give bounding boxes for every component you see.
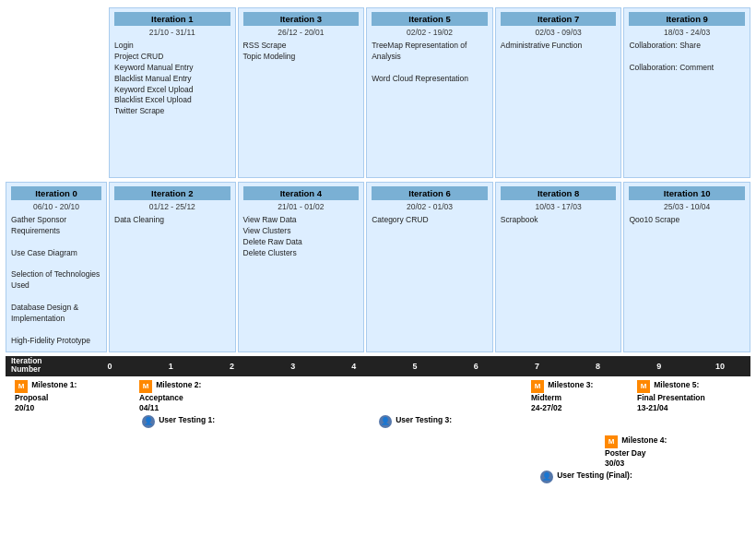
milestone-3: M Milestone 3:Midterm24-27/02 <box>531 380 593 414</box>
user-testing-final-label: User Testing (Final): <box>557 470 632 480</box>
user-testing-3: 👤 User Testing 3: <box>379 415 452 428</box>
timeline-num-6: 6 <box>445 362 506 371</box>
milestone-2-icon: M <box>139 380 152 393</box>
timeline-num-7: 7 <box>506 362 567 371</box>
iteration-5-content: TreeMap Representation of AnalysisWord C… <box>372 41 488 85</box>
user-testing-1-icon: 👤 <box>142 415 155 428</box>
timeline-num-1: 1 <box>140 362 201 371</box>
iteration-8-header: Iteration 8 <box>501 186 617 200</box>
iteration-0-date: 06/10 - 20/10 <box>11 202 101 211</box>
milestone-4: M Milestone 4:Poster Day30/03 <box>605 435 667 470</box>
timeline-num-4: 4 <box>324 362 384 371</box>
iteration-5-header: Iteration 5 <box>372 12 488 26</box>
iteration-7-header: Iteration 7 <box>501 12 617 26</box>
timeline-num-9: 9 <box>629 362 690 371</box>
iteration-7-content: Administrative Function <box>501 41 617 52</box>
diagram-container: Iteration 1 21/10 - 31/11 LoginProject C… <box>0 0 756 536</box>
timeline-bar: Iteration Number 0 1 2 3 4 5 6 7 8 9 10 <box>6 356 750 376</box>
milestone-4-icon: M <box>605 435 618 448</box>
iteration-6-date: 20/02 - 01/03 <box>372 202 488 211</box>
user-testing-final: 👤 User Testing (Final): <box>540 470 632 483</box>
iteration-7-box: Iteration 7 02/03 - 09/03 Administrative… <box>495 7 622 178</box>
iteration-4-box: Iteration 4 21/01 - 01/02 View Raw DataV… <box>238 182 365 352</box>
iteration-5-date: 02/02 - 19/02 <box>372 28 488 37</box>
iteration-7-date: 02/03 - 09/03 <box>501 28 617 37</box>
iteration-8-content: Scrapbook <box>501 215 617 226</box>
iteration-9-box: Iteration 9 18/03 - 24/03 Collaboration:… <box>623 7 750 178</box>
timeline-num-10: 10 <box>690 362 750 371</box>
milestone-3-icon: M <box>531 380 544 393</box>
timeline-num-0: 0 <box>79 362 140 371</box>
iteration-10-header: Iteration 10 <box>629 186 745 200</box>
user-testing-1-label: User Testing 1: <box>159 415 215 424</box>
iteration-2-header: Iteration 2 <box>114 186 230 200</box>
milestone-1: M Milestone 1:Proposal20/10 <box>15 380 77 414</box>
iteration-8-date: 10/03 - 17/03 <box>501 202 617 211</box>
iteration-1-box: Iteration 1 21/10 - 31/11 LoginProject C… <box>109 7 236 178</box>
timeline-numbers: 0 1 2 3 4 5 6 7 8 9 10 <box>79 362 750 371</box>
user-testing-3-label: User Testing 3: <box>396 415 452 424</box>
iteration-0-box: Iteration 0 06/10 - 20/10 Gather Sponsor… <box>6 182 107 352</box>
timeline-num-3: 3 <box>263 362 324 371</box>
iteration-1-content: LoginProject CRUDKeyword Manual EntryBla… <box>114 41 230 117</box>
iteration-8-box: Iteration 8 10/03 - 17/03 Scrapbook <box>495 182 622 352</box>
timeline-num-5: 5 <box>384 362 445 371</box>
milestone-5: M Milestone 5:Final Presentation13-21/04 <box>637 380 705 414</box>
milestone-1-icon: M <box>15 380 28 393</box>
timeline-label: Iteration Number <box>11 357 42 375</box>
timeline-num-8: 8 <box>568 362 629 371</box>
milestone-2: M Milestone 2:Acceptance04/11 <box>139 380 201 414</box>
iteration-0-header: Iteration 0 <box>11 186 101 200</box>
iteration-2-content: Data Cleaning <box>114 215 230 226</box>
bottom-iterations-row: Iteration 0 06/10 - 20/10 Gather Sponsor… <box>6 182 750 352</box>
iteration-3-header: Iteration 3 <box>243 12 360 26</box>
iteration-4-content: View Raw DataView ClustersDelete Raw Dat… <box>243 215 360 259</box>
iteration-3-content: RSS ScrapeTopic Modeling <box>243 41 360 63</box>
iteration-6-content: Category CRUD <box>372 215 488 226</box>
iteration-2-box: Iteration 2 01/12 - 25/12 Data Cleaning <box>109 182 236 352</box>
user-testing-final-icon: 👤 <box>540 470 553 483</box>
milestones-area: M Milestone 1:Proposal20/10 M Milestone … <box>6 378 750 521</box>
iteration-4-header: Iteration 4 <box>243 186 360 200</box>
iteration-2-date: 01/12 - 25/12 <box>114 202 230 211</box>
iteration-1-date: 21/10 - 31/11 <box>114 28 230 37</box>
iteration-6-box: Iteration 6 20/02 - 01/03 Category CRUD <box>366 182 493 352</box>
timeline-num-2: 2 <box>201 362 262 371</box>
milestone-5-icon: M <box>637 380 650 393</box>
iteration-9-header: Iteration 9 <box>629 12 745 26</box>
iteration-3-box: Iteration 3 26/12 - 20/01 RSS ScrapeTopi… <box>238 7 365 178</box>
iteration-5-box: Iteration 5 02/02 - 19/02 TreeMap Repres… <box>366 7 493 178</box>
iteration-1-header: Iteration 1 <box>114 12 230 26</box>
iteration-10-box: Iteration 10 25/03 - 10/04 Qoo10 Scrape <box>623 182 750 352</box>
iteration-0-content: Gather Sponsor RequirementsUse Case Diag… <box>11 215 101 347</box>
iteration-10-date: 25/03 - 10/04 <box>629 202 745 211</box>
iteration-6-header: Iteration 6 <box>372 186 488 200</box>
iteration-9-content: Collaboration: ShareCollaboration: Comme… <box>629 41 745 74</box>
user-testing-1: 👤 User Testing 1: <box>142 415 215 428</box>
user-testing-3-icon: 👤 <box>379 415 392 428</box>
iteration-3-date: 26/12 - 20/01 <box>243 28 360 37</box>
iteration-4-date: 21/01 - 01/02 <box>243 202 360 211</box>
iteration-10-content: Qoo10 Scrape <box>629 215 745 226</box>
iteration-9-date: 18/03 - 24/03 <box>629 28 745 37</box>
top-iterations-row: Iteration 1 21/10 - 31/11 LoginProject C… <box>6 7 750 178</box>
